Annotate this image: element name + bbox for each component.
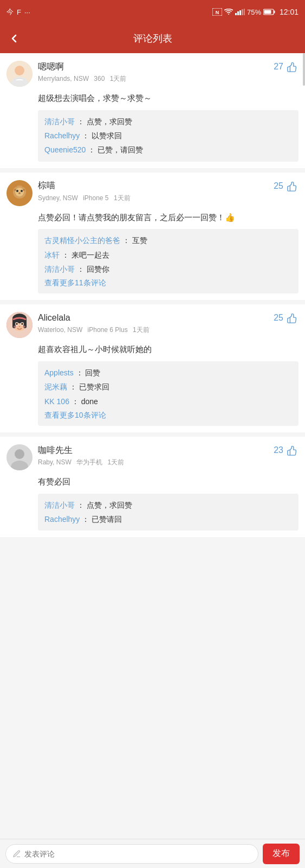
reply-item: KK 106 ： done — [44, 395, 292, 407]
comment-item: 咖啡先生 23 Raby, NSW 华为手机 1天前 有赞必回 — [0, 437, 305, 537]
reply-colon: ： — [122, 236, 130, 245]
edit-icon — [12, 850, 21, 858]
comment-info: Sydney, NSW iPhone 5 1天前 — [38, 194, 298, 203]
like-count: 27 — [274, 62, 283, 72]
comment-item: 嗯嗯啊 27 Merrylands, NSW 360 1天前 超级想去演唱会，求… — [0, 53, 305, 168]
reply-colon: ： — [69, 382, 77, 391]
reply-username[interactable]: 清洁小哥 — [44, 265, 75, 273]
reply-item: 清洁小哥 ： 回赞你 — [44, 263, 292, 275]
svg-rect-4 — [239, 10, 241, 15]
reply-username[interactable]: Queenie520 — [44, 145, 86, 154]
reply-username[interactable]: 冰轩 — [44, 251, 60, 259]
replies-box: 清洁小哥 ： 点赞，求回赞 Rachelhyy ： 已赞请回 — [38, 494, 298, 531]
device: 华为手机 — [76, 458, 102, 466]
time: 1天前 — [133, 326, 150, 334]
svg-point-11 — [15, 66, 24, 75]
reply-text: 以赞求回 — [92, 131, 122, 140]
svg-point-31 — [21, 323, 23, 325]
bottom-bar: 发布 — [0, 839, 305, 868]
comment-meta: 棕喵 25 Sydney, NSW iPhone 5 1天前 — [38, 180, 298, 203]
like-area[interactable]: 27 — [274, 61, 298, 73]
reply-colon: ： — [76, 368, 83, 377]
like-area[interactable]: 25 — [274, 312, 298, 324]
username: 棕喵 — [38, 180, 55, 192]
svg-point-33 — [14, 326, 17, 328]
svg-rect-8 — [274, 11, 275, 14]
avatar — [7, 444, 33, 470]
reply-colon: ： — [62, 251, 69, 259]
replies-box: 古灵精怪小公主的爸爸 ： 互赞 冰轩 ： 来吧一起去 清洁小哥 ： 回赞你 查看… — [38, 229, 298, 293]
back-button[interactable] — [8, 32, 21, 45]
location: Sydney, NSW — [38, 194, 78, 202]
replies-box: 清洁小哥 ： 点赞，求回赞 Rachelhyy ： 以赞求回 Queenie52… — [38, 110, 298, 162]
view-more-button[interactable]: 查看更多11条评论 — [44, 278, 292, 288]
reply-item: Applests ： 回赞 — [44, 367, 292, 379]
signal-icon — [235, 9, 245, 15]
reply-text: 点赞，求回赞 — [87, 117, 132, 126]
reply-text: 已赞请回 — [92, 515, 122, 524]
battery-icon — [263, 9, 275, 15]
comment-input-wrap[interactable] — [5, 844, 258, 864]
reply-text: 互赞 — [132, 236, 147, 245]
svg-point-22 — [23, 189, 25, 191]
comment-info: Merrylands, NSW 360 1天前 — [38, 74, 298, 84]
device: iPhone 6 Plus — [88, 326, 128, 334]
reply-username[interactable]: 清洁小哥 — [44, 501, 75, 509]
reply-colon: ： — [72, 397, 79, 406]
reply-username[interactable]: Rachelhyy — [44, 131, 80, 140]
reply-username[interactable]: Applests — [44, 368, 74, 377]
svg-point-36 — [15, 449, 24, 459]
svg-rect-6 — [244, 9, 245, 15]
comment-header: Alicelala 25 Waterloo, NSW iPhone 6 Plus… — [7, 312, 298, 338]
comment-header: 棕喵 25 Sydney, NSW iPhone 5 1天前 — [7, 180, 298, 206]
comment-meta: Alicelala 25 Waterloo, NSW iPhone 6 Plus… — [38, 312, 298, 335]
reply-username[interactable]: 古灵精怪小公主的爸爸 — [44, 236, 120, 245]
reply-item: 清洁小哥 ： 点赞，求回赞 — [44, 116, 292, 127]
svg-point-32 — [19, 326, 21, 327]
comment-body: 点赞必回！请点赞我的朋友留言，之后必一一回赞！👍 — [7, 212, 298, 224]
svg-point-18 — [16, 190, 18, 192]
reply-item: 古灵精怪小公主的爸爸 ： 互赞 — [44, 234, 292, 246]
reply-item: Rachelhyy ： 以赞求回 — [44, 130, 292, 142]
username: 咖啡先生 — [38, 445, 73, 456]
svg-text:N: N — [216, 10, 219, 15]
comment-info: Raby, NSW 华为手机 1天前 — [38, 458, 298, 467]
reply-username[interactable]: Rachelhyy — [44, 515, 80, 524]
svg-rect-3 — [237, 11, 239, 15]
time: 1天前 — [114, 194, 131, 202]
reply-username[interactable]: KK 106 — [44, 397, 69, 406]
avatar — [7, 180, 33, 206]
battery-text: 75% — [247, 8, 261, 16]
reply-text: 已赞求回 — [79, 382, 109, 391]
wifi-icon — [224, 9, 233, 15]
like-area[interactable]: 25 — [274, 180, 298, 192]
like-icon[interactable] — [287, 312, 298, 324]
scroll-indicator — [303, 53, 305, 86]
reply-text: 已赞，请回赞 — [98, 145, 143, 154]
reply-colon: ： — [77, 501, 85, 509]
svg-point-20 — [18, 192, 21, 194]
replies-box: Applests ： 回赞 泥米藕 ： 已赞求回 KK 106 ： done 查… — [38, 361, 298, 426]
username: Alicelala — [38, 313, 70, 323]
comment-top: Alicelala 25 — [38, 312, 298, 324]
reply-colon: ： — [77, 265, 85, 273]
like-icon[interactable] — [287, 180, 298, 192]
reply-item: Queenie520 ： 已赞，请回赞 — [44, 144, 292, 156]
reply-colon: ： — [88, 145, 95, 154]
reply-colon: ： — [82, 515, 89, 524]
reply-username[interactable]: 泥米藕 — [44, 382, 67, 391]
comment-body: 超级想去演唱会，求赞～求赞～ — [7, 92, 298, 105]
like-icon[interactable] — [287, 444, 298, 456]
svg-point-34 — [22, 326, 25, 328]
view-more-button[interactable]: 查看更多10条评论 — [44, 411, 292, 420]
reply-username[interactable]: 清洁小哥 — [44, 117, 75, 126]
status-icon-dots: ··· — [24, 8, 30, 16]
like-icon[interactable] — [287, 61, 298, 73]
comment-body: 超喜欢容祖儿～小时候就听她的 — [7, 343, 298, 356]
comment-input[interactable] — [24, 850, 251, 858]
like-area[interactable]: 23 — [274, 444, 298, 456]
page-header: 评论列表 — [0, 24, 305, 53]
reply-item: 清洁小哥 ： 点赞，求回赞 — [44, 499, 292, 511]
reply-item: Rachelhyy ： 已赞请回 — [44, 513, 292, 525]
submit-button[interactable]: 发布 — [263, 844, 300, 864]
